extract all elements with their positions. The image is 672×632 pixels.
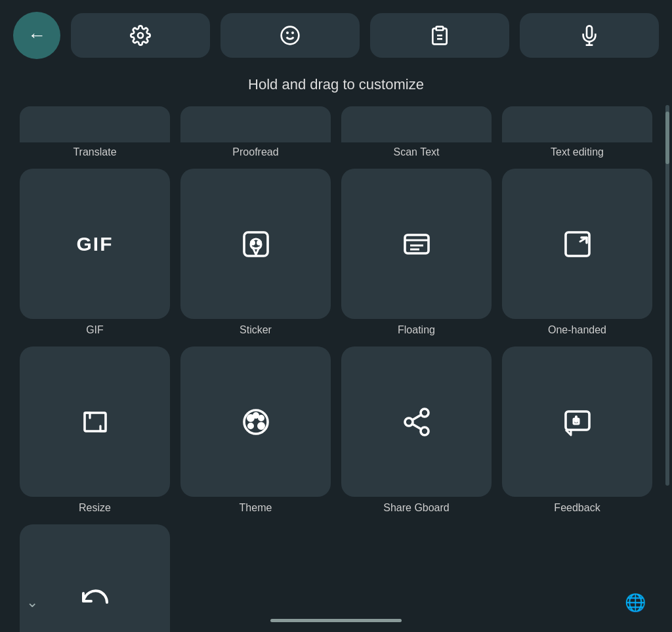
svg-rect-18 — [85, 413, 106, 431]
share-gboard-label: Share Gboard — [383, 502, 450, 514]
scrollbar-thumb[interactable] — [665, 112, 669, 164]
grid-item-gif[interactable]: GIF GIF — [20, 169, 170, 336]
sticker-label: Sticker — [240, 324, 272, 336]
one-handed-box — [502, 169, 652, 319]
floating-box — [341, 169, 492, 319]
theme-box — [180, 347, 331, 497]
svg-point-21 — [259, 416, 263, 420]
grid-item-scan-text[interactable]: Scan Text — [341, 106, 492, 158]
settings-button[interactable] — [71, 13, 210, 58]
sticker-icon — [240, 228, 272, 260]
scan-text-label: Scan Text — [394, 146, 440, 158]
one-handed-label: One-handed — [548, 324, 606, 336]
svg-rect-16 — [566, 232, 589, 256]
emoji-button[interactable] — [220, 13, 360, 58]
svg-point-24 — [254, 413, 258, 417]
resize-label: Resize — [79, 502, 111, 514]
globe-icon[interactable]: 🌐 — [625, 593, 646, 613]
gif-box: GIF — [20, 169, 170, 319]
top-bar: ← — [0, 0, 672, 71]
grid-item-translate[interactable]: Translate — [20, 106, 170, 158]
text-editing-box — [502, 106, 652, 142]
feedback-box — [502, 347, 652, 497]
top-partial-row: Translate Proofread Scan Text Text editi… — [20, 106, 652, 158]
grid-item-sticker[interactable]: Sticker — [180, 169, 331, 336]
grid-item-resize[interactable]: Resize — [20, 347, 170, 514]
share-gboard-box — [341, 347, 492, 497]
resize-icon — [79, 406, 111, 438]
grid-area: Translate Proofread Scan Text Text editi… — [0, 106, 672, 632]
mic-button[interactable] — [520, 13, 659, 58]
bottom-bar: ⌄ 🌐 — [0, 579, 672, 632]
proofread-label: Proofread — [232, 146, 278, 158]
back-button[interactable]: ← — [13, 12, 60, 59]
text-editing-label: Text editing — [551, 146, 604, 158]
row-2: Resize Theme — [20, 347, 652, 514]
svg-line-29 — [412, 415, 421, 420]
floating-label: Floating — [398, 324, 435, 336]
translate-label: Translate — [73, 146, 116, 158]
grid-item-text-editing[interactable]: Text editing — [502, 106, 652, 158]
feedback-icon — [562, 406, 593, 438]
svg-rect-4 — [436, 27, 444, 30]
scrollbar[interactable] — [665, 105, 669, 486]
scan-text-box — [341, 106, 492, 142]
proofread-box — [180, 106, 331, 142]
feedback-label: Feedback — [554, 502, 600, 514]
theme-label: Theme — [240, 502, 272, 514]
svg-point-20 — [248, 415, 253, 421]
bottom-line — [270, 619, 402, 622]
gif-icon: GIF — [77, 233, 114, 255]
svg-point-23 — [259, 423, 264, 429]
svg-point-1 — [282, 27, 299, 45]
theme-icon — [240, 406, 272, 438]
resize-box — [20, 347, 170, 497]
one-handed-icon — [562, 228, 593, 260]
svg-point-22 — [249, 424, 253, 428]
page-title: Hold and drag to customize — [0, 71, 672, 106]
gif-label: GIF — [86, 324, 104, 336]
svg-point-25 — [421, 409, 429, 417]
clipboard-button[interactable] — [370, 13, 509, 58]
grid-item-one-handed[interactable]: One-handed — [502, 169, 652, 336]
svg-point-0 — [138, 33, 143, 38]
translate-box — [20, 106, 170, 142]
grid-item-theme[interactable]: Theme — [180, 347, 331, 514]
svg-point-26 — [405, 418, 413, 426]
svg-point-10 — [251, 242, 254, 244]
grid-item-proofread[interactable]: Proofread — [180, 106, 331, 158]
svg-line-28 — [412, 424, 421, 429]
grid-item-share-gboard[interactable]: Share Gboard — [341, 347, 492, 514]
svg-point-27 — [421, 427, 429, 435]
sticker-box — [180, 169, 331, 319]
chevron-down-icon[interactable]: ⌄ — [26, 594, 38, 611]
svg-point-11 — [258, 242, 261, 244]
row-1: GIF GIF Sticker — [20, 169, 652, 336]
share-icon — [401, 406, 432, 438]
grid-item-floating[interactable]: Floating — [341, 169, 492, 336]
grid-item-feedback[interactable]: Feedback — [502, 347, 652, 514]
floating-icon — [401, 228, 432, 260]
svg-rect-12 — [405, 235, 429, 253]
